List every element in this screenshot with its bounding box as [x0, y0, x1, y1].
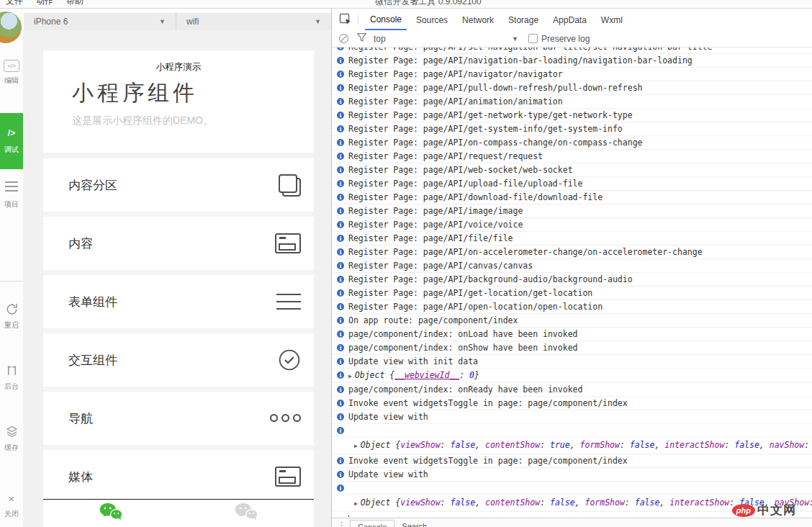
info-icon: i [337, 485, 344, 492]
info-icon: i [337, 427, 344, 434]
sidebar-item-close[interactable]: ×关闭 [0, 491, 23, 519]
watermark-text: 中文网 [757, 502, 796, 518]
execution-context[interactable]: top [374, 34, 386, 44]
restart-icon [0, 302, 23, 318]
devtools-tab-console[interactable]: Console [365, 9, 407, 30]
sidebar-item-label: 调试 [0, 145, 23, 155]
log-text: Register Page: page/API/get-location/get… [348, 288, 592, 298]
device-select[interactable]: iPhone 6 ▼ [24, 13, 176, 30]
layers-icon [0, 425, 23, 441]
devtools-tab-storage[interactable]: Storage [503, 10, 543, 30]
console-log-row: iUpdate view with [333, 410, 812, 424]
console-log-row: iRegister Page: page/API/web-socket/web-… [333, 163, 812, 177]
expand-arrow-icon[interactable]: ▶ [354, 500, 358, 507]
kebab-menu-icon[interactable]: ⋮ [338, 521, 346, 527]
log-text: Register Page: page/API/on-compass-chang… [348, 138, 643, 148]
component-card-label: 导航 [68, 410, 93, 427]
log-text: Register Page: page/API/get-system-info/… [348, 124, 623, 134]
log-text: Register Page: page/API/navigation-bar-l… [348, 55, 693, 66]
info-icon: i [337, 303, 344, 310]
devtools-tab-appdata[interactable]: AppData [548, 10, 592, 30]
console-log-row: iRegister Page: page/API/canvas/canvas [333, 259, 812, 273]
component-card[interactable]: 表单组件 [43, 275, 314, 328]
network-select-value: wifi [186, 17, 199, 27]
inspect-element-icon[interactable] [339, 13, 352, 26]
log-text: Register Page: page/API/web-socket/web-s… [348, 165, 573, 175]
divider [0, 281, 23, 281]
sidebar-item-label: 后台 [0, 382, 23, 392]
component-card[interactable]: 媒体 [43, 450, 314, 503]
sidebar-item-cache[interactable]: 缓存 [0, 425, 23, 453]
info-icon: i [337, 57, 344, 64]
filter-icon[interactable] [357, 33, 366, 44]
console-log-row: ipage/component/index: onLoad have been … [333, 328, 812, 341]
tabbar-item-active[interactable] [43, 500, 179, 527]
component-card[interactable]: 导航 [43, 392, 314, 445]
dots-icon [266, 412, 301, 425]
divider [358, 14, 358, 25]
sidebar-item-edit[interactable]: </>编辑 [0, 58, 23, 86]
devtools-tab-sources[interactable]: Sources [411, 10, 453, 30]
sidebar-item-label: 重启 [0, 320, 23, 330]
code-slash-icon: /> [0, 126, 23, 139]
wechat-icon [234, 502, 258, 525]
sidebar-item-debug[interactable]: />调试 [0, 113, 23, 169]
clear-console-icon[interactable] [339, 34, 348, 43]
drawer-tab-search[interactable]: Search [394, 520, 434, 527]
background-icon [0, 364, 23, 379]
tabbar-item[interactable] [179, 500, 314, 527]
log-text: Register Page: page/API/navigator/naviga… [348, 69, 563, 79]
device-toolbar: iPhone 6 ▼ wifi ▼ [24, 13, 331, 30]
sidebar-item-backend[interactable]: 后台 [0, 364, 23, 392]
console-log-row: iRegister Page: page/API/navigation-bar-… [333, 54, 812, 68]
chevron-down-icon: ▼ [315, 18, 321, 25]
log-text: Register Page: page/API/voice/voice [348, 220, 523, 230]
console-log-row: iRegister Page: page/API/get-network-typ… [333, 109, 812, 122]
window-menubar: 微信开发者工具 0.9.092100 文件动作帮助 [0, 0, 812, 9]
console-log-row: iRegister Page: page/API/file/file [333, 232, 812, 246]
info-icon: i [337, 358, 344, 365]
devtools-panel: ConsoleSourcesNetworkStorageAppDataWxml … [331, 9, 812, 527]
card-icon [275, 467, 301, 487]
preserve-log-checkbox[interactable] [528, 34, 538, 43]
watermark: php 中文网 [732, 502, 796, 518]
devtools-tab-network[interactable]: Network [457, 10, 499, 30]
info-icon: i [337, 98, 344, 105]
component-card[interactable]: 内容 [43, 217, 314, 270]
devtools-tab-wxml[interactable]: Wxml [596, 10, 628, 30]
log-text: Update view with [348, 469, 428, 479]
miniprogram-tabbar [43, 499, 314, 527]
console-log-row: i [333, 424, 812, 437]
component-card[interactable]: 交互组件 [43, 333, 314, 387]
sidebar-item-project[interactable]: 项目 [0, 179, 23, 210]
info-icon: i [337, 248, 344, 256]
console-log-row: iRegister Page: page/API/upload-file/upl… [333, 177, 812, 191]
info-icon: i [337, 194, 344, 201]
menu-item[interactable]: 文件 [6, 0, 23, 7]
console-toolbar: top ▼ Preserve log [332, 30, 812, 48]
menu-item[interactable]: 动作 [36, 0, 53, 7]
console-log-row: iRegister Page: page/API/voice/voice [333, 218, 812, 232]
hamburger-icon [276, 294, 301, 310]
component-card[interactable]: 内容分区 [43, 158, 314, 212]
page-title: 小程序组件 [72, 78, 314, 108]
expand-arrow-icon[interactable]: ▶ [354, 443, 358, 449]
expand-arrow-icon[interactable]: ▶ [348, 373, 352, 379]
window-title: 微信开发者工具 0.9.092100 [317, 0, 540, 8]
info-icon: i [337, 289, 344, 297]
network-select[interactable]: wifi ▼ [176, 13, 331, 30]
stacked-squares-icon [279, 174, 301, 197]
sidebar-item-restart[interactable]: 重启 [0, 302, 23, 330]
chevron-down-icon[interactable]: ▼ [512, 35, 518, 42]
info-icon: i [337, 413, 344, 420]
drawer-tab-console[interactable]: Console [350, 520, 394, 527]
menu-item[interactable]: 帮助 [66, 0, 84, 7]
log-text: Register Page: page/API/pull-down-refres… [348, 83, 643, 93]
card-icon [275, 233, 301, 253]
info-icon: i [337, 166, 344, 174]
log-text: page/component/index: onLoad have been i… [348, 329, 578, 339]
info-icon: i [337, 471, 344, 478]
console-log-row: iRegister Page: page/API/on-compass-chan… [333, 136, 812, 150]
console-log-row: iInvoke event widgetsToggle in page: pag… [333, 454, 812, 468]
avatar[interactable] [0, 12, 22, 43]
